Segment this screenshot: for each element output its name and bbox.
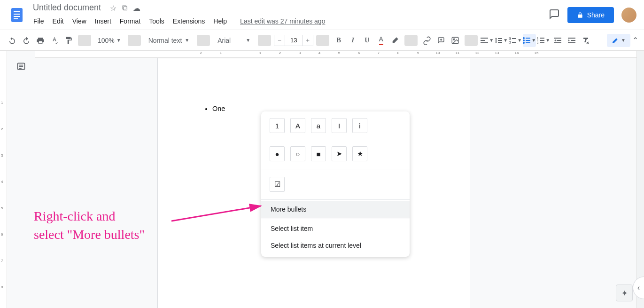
vertical-ruler: 12345678910 [0,51,7,308]
bullet-opt-arrow[interactable]: ➤ [332,146,347,161]
bullet-opt-circle[interactable]: ○ [290,146,305,161]
svg-rect-14 [512,38,516,39]
decrease-indent-button[interactable] [551,34,564,47]
last-edit-link[interactable]: Last edit was 27 minutes ago [237,16,328,27]
scrollbar[interactable] [636,51,644,308]
separator [261,169,410,169]
toolbar: 100%▼ Normal text▼ Arial▼ − + B I U A ▼ … [0,30,644,51]
bullet-opt-square[interactable]: ■ [311,146,326,161]
checkbox-row: ☑ [261,170,410,198]
star-icon[interactable]: ☆ [110,4,116,13]
number-opt-i[interactable]: i [352,118,367,133]
increase-indent-button[interactable] [565,34,578,47]
number-style-row: 1 A a I i [261,111,410,140]
outline-toggle-icon[interactable] [14,59,28,73]
svg-rect-1 [14,11,20,12]
align-button[interactable]: ▼ [481,34,494,47]
title-area: Untitled document ☆ ⧉ ☁ File Edit View I… [30,3,328,27]
add-comment-button[interactable] [435,34,448,47]
separator [261,219,410,219]
svg-rect-8 [481,40,485,41]
insert-link-button[interactable] [420,34,434,47]
redo-button[interactable] [20,34,33,47]
print-button[interactable] [34,34,47,47]
explore-button[interactable]: ✦ [616,284,633,301]
line-spacing-button[interactable]: ▼ [495,34,508,47]
share-button[interactable]: Share [567,7,614,23]
paragraph-style-select[interactable]: Normal text▼ [144,34,194,47]
number-opt-I[interactable]: I [332,118,347,133]
font-size-decrease[interactable]: − [274,35,285,46]
number-opt-a[interactable]: a [311,118,326,133]
menu-view[interactable]: View [69,16,90,27]
bulleted-list-button[interactable]: ▼ [523,34,536,47]
svg-rect-33 [571,40,575,41]
svg-point-19 [523,39,525,41]
svg-rect-26 [540,40,544,41]
separator [316,35,329,46]
menu-format[interactable]: Format [116,16,144,27]
cloud-status-icon[interactable]: ☁ [133,4,140,13]
number-opt-A[interactable]: A [290,118,305,133]
spellcheck-button[interactable] [48,34,61,47]
menu-edit[interactable]: Edit [49,16,67,27]
menu-insert[interactable]: Insert [92,16,115,27]
move-icon[interactable]: ⧉ [122,4,127,13]
separator [261,199,410,200]
header-right: Share [549,7,636,23]
menu-file[interactable]: File [30,16,47,27]
select-items-at-level[interactable]: Select list items at current level [261,237,410,254]
svg-rect-28 [540,42,544,43]
svg-rect-32 [568,38,575,39]
bullet-opt-checkbox[interactable]: ☑ [270,177,285,192]
font-size-input[interactable] [285,35,302,46]
svg-rect-7 [481,38,488,39]
bullet-context-menu: 1 A a I i ● ○ ■ ➤ ★ ☑ More bullets Selec… [261,111,410,257]
paint-format-button[interactable] [62,34,75,47]
svg-line-39 [171,206,261,221]
checklist-button[interactable]: ▼ [509,34,522,47]
svg-rect-3 [14,16,20,17]
font-size-increase[interactable]: + [302,35,313,46]
bullet-opt-star[interactable]: ★ [352,146,367,161]
italic-button[interactable]: I [346,34,359,47]
svg-rect-31 [554,42,561,43]
clear-formatting-button[interactable] [579,34,592,47]
zoom-select[interactable]: 100%▼ [94,34,125,47]
select-list-item[interactable]: Select list item [261,220,410,237]
font-family-select[interactable]: Arial▼ [213,34,255,47]
svg-rect-34 [568,42,575,43]
underline-button[interactable]: U [360,34,373,47]
avatar[interactable] [621,8,636,23]
comments-icon[interactable] [549,8,560,22]
svg-rect-0 [11,8,23,22]
insert-image-button[interactable] [449,34,462,47]
highlight-color-button[interactable] [388,34,402,47]
bold-button[interactable]: B [332,34,345,47]
text-color-button[interactable]: A [374,34,388,47]
svg-point-21 [523,42,525,44]
annotation-arrow-icon [167,188,270,226]
annotation-text: Right-click and select "More bullets" [34,207,145,244]
editing-mode-button[interactable]: ▼ [607,34,630,47]
svg-rect-12 [498,42,502,43]
menu-tools[interactable]: Tools [146,16,168,27]
svg-rect-11 [498,40,502,41]
left-gutter [7,51,35,308]
svg-rect-4 [14,18,18,19]
svg-rect-16 [512,42,516,43]
separator [465,35,478,46]
number-opt-1[interactable]: 1 [270,118,285,133]
numbered-list-button[interactable]: 123▼ [537,34,550,47]
menu-extensions[interactable]: Extensions [170,16,208,27]
bullet-opt-disc[interactable]: ● [270,146,285,161]
collapse-toolbar-button[interactable]: ⌃ [632,36,638,45]
separator [197,35,210,46]
undo-button[interactable] [6,34,19,47]
menu-help[interactable]: Help [210,16,230,27]
separator [258,35,271,46]
docs-logo[interactable] [8,6,26,24]
separator [128,35,141,46]
document-title[interactable]: Untitled document [30,2,104,13]
more-bullets-item[interactable]: More bullets [261,201,410,218]
